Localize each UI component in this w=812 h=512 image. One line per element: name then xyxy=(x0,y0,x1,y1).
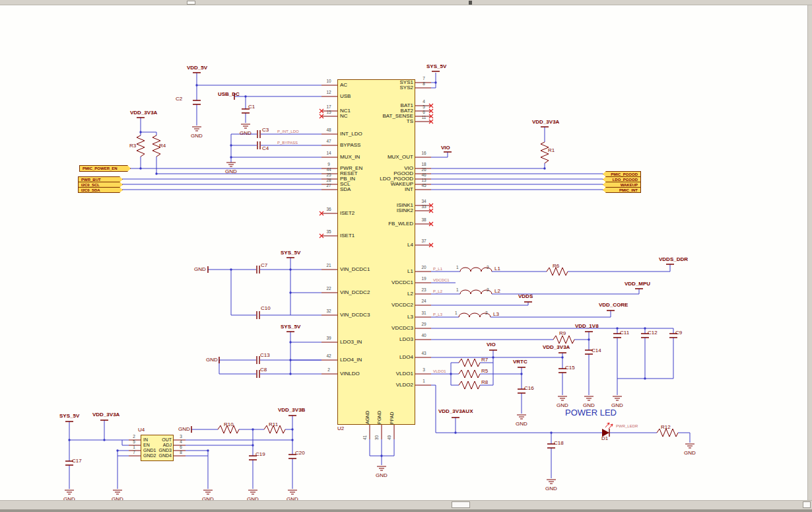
net-label-vdd-3v3a[interactable]: VDD_3V3A xyxy=(532,120,559,126)
ic-pin-name: LDO4 xyxy=(368,355,413,361)
net-label-vio[interactable]: VIO xyxy=(487,342,496,348)
ic-pin-name: VIN_DCDC3 xyxy=(340,312,370,318)
gnd-port-label[interactable]: GND xyxy=(194,267,206,273)
net-label-vdds[interactable]: VDDS xyxy=(518,294,533,300)
refdes-c14: C14 xyxy=(592,348,601,354)
ic-pin-number: 22 xyxy=(321,286,336,291)
ic-pin-name: TS xyxy=(368,119,413,125)
ic-pin-number: 35 xyxy=(321,229,336,234)
net-label-sys-5v[interactable]: SYS_5V xyxy=(281,250,300,256)
ic-pin-number: 41 xyxy=(362,428,367,440)
port-ldo-pgood[interactable]: LDO_PGOOD xyxy=(603,176,641,182)
right-scrollbar[interactable] xyxy=(807,5,812,500)
port-i2c0-scl[interactable]: I2C0_SCL xyxy=(78,182,123,188)
ic-pin-number: 8 xyxy=(176,450,186,455)
refdes-r9: R9 xyxy=(559,331,566,337)
gnd-label: GND xyxy=(376,473,388,479)
port-pmic-int[interactable]: PMIC_INT xyxy=(603,187,641,193)
gnd-label: GND xyxy=(684,451,696,457)
ic-pin-name: L1 xyxy=(368,269,413,275)
net-label-usb-dc[interactable]: USB_DC xyxy=(218,92,240,98)
ic-pin-name: ISET2 xyxy=(340,211,355,217)
top-scrollbar-handle[interactable] xyxy=(187,1,195,5)
port-pwr-but[interactable]: PWR_BUT xyxy=(78,176,123,182)
ic-pin-name: LDO3_IN xyxy=(340,340,362,346)
schematic-canvas: PMIC_POWER_EN PWR_BUT I2C0_SCL I2C0_SDA … xyxy=(0,0,812,512)
refdes-r10: R10 xyxy=(224,422,234,428)
top-scrollbar[interactable] xyxy=(0,0,812,5)
ic-pin-number: 32 xyxy=(321,309,336,313)
ic-pin-name: ADJ xyxy=(149,443,172,448)
port-label: I2C0_SDA xyxy=(81,188,100,192)
ic-pin-number: 1 xyxy=(129,445,139,449)
ic-pin-number: 44 xyxy=(321,167,336,172)
net-label-vdd-3v3a[interactable]: VDD_3V3A xyxy=(130,110,157,116)
gnd-port-label[interactable]: GND xyxy=(178,427,190,433)
refdes-c8: C8 xyxy=(260,367,267,373)
ic-pin-name: SDA xyxy=(340,187,351,193)
ic-pin-number: 49 xyxy=(387,428,391,440)
refdes-r5: R5 xyxy=(481,369,488,375)
ic-pin-number: 18 xyxy=(417,162,431,166)
ic-pin-name: PGND xyxy=(377,395,382,424)
port-pmic-pgood[interactable]: PMIC_PGOOD xyxy=(603,171,641,177)
ic-pin-number: 2 xyxy=(129,434,139,439)
net-label-vio[interactable]: VIO xyxy=(441,145,450,151)
inductor-pin-number: 1 xyxy=(455,311,457,315)
bottom-scrollbar-handle[interactable] xyxy=(452,501,470,508)
port-label: PMIC_POWER_EN xyxy=(83,166,118,170)
net-label-vdd-1v8[interactable]: VDD_1V8 xyxy=(575,324,599,330)
ic-pin-number: 28 xyxy=(321,178,336,182)
refdes-c20: C20 xyxy=(295,451,305,457)
net-label-vdd-3v3aux[interactable]: VDD_3V3AUX xyxy=(438,409,473,415)
net-label-sys-5v[interactable]: SYS_5V xyxy=(281,324,300,330)
inductor-pin-number: 2 xyxy=(487,287,489,292)
top-scrollbar-tick xyxy=(469,1,472,5)
net-label-sys-5v[interactable]: SYS_5V xyxy=(59,414,79,420)
net-label-vdds-ddr[interactable]: VDDS_DDR xyxy=(659,257,688,263)
refdes-r11: R11 xyxy=(269,422,278,428)
inductors[interactable] xyxy=(459,268,492,317)
refdes-c19: C19 xyxy=(255,452,265,458)
ic-pin-name: ISINK2 xyxy=(368,208,413,214)
ic-pin-name: VLDO1 xyxy=(368,371,413,377)
led-diode[interactable] xyxy=(602,423,613,437)
net-label-vdd-core[interactable]: VDD_CORE xyxy=(599,303,628,309)
net-label-sys-5v[interactable]: SYS_5V xyxy=(426,64,446,70)
net-sublabel: P_INT_LDO xyxy=(277,129,299,134)
net-label-vdd-5v[interactable]: VDD_5V xyxy=(187,65,207,71)
ic-pin-number: 39 xyxy=(321,336,336,340)
ic-pin-name: OUT xyxy=(149,437,172,443)
refdes-c2: C2 xyxy=(176,96,182,102)
net-label-vrtc[interactable]: VRTC xyxy=(513,359,527,365)
port-i2c0-sda[interactable]: I2C0_SDA xyxy=(78,187,123,193)
ic-pin-name: MUX_IN xyxy=(340,155,360,161)
ic-pin-name: VLDO2 xyxy=(368,383,413,388)
ic-pin-number: 25 xyxy=(321,172,336,177)
refdes-r8: R8 xyxy=(481,380,488,386)
net-sublabel: VDCDC1 xyxy=(433,278,450,283)
refdes-r1: R1 xyxy=(548,148,555,154)
refdes-r4: R4 xyxy=(159,143,166,149)
net-label-vdd-3v3b[interactable]: VDD_3V3B xyxy=(278,408,305,414)
gnd-port-label[interactable]: GND xyxy=(206,357,218,363)
ic-pin-number: 12 xyxy=(321,90,336,94)
ic-pin-number: 4 xyxy=(176,439,186,444)
net-label-vdd-3v3a[interactable]: VDD_3V3A xyxy=(543,345,570,351)
inductor-pin-number: 2 xyxy=(487,265,489,270)
ic-pin-number: 21 xyxy=(321,263,336,268)
ic-pin-number: 38 xyxy=(417,217,431,222)
port-wakeup[interactable]: WAKEUP xyxy=(603,182,641,188)
port-label: I2C0_SCL xyxy=(81,183,100,187)
bottom-scrollbar[interactable] xyxy=(0,500,812,509)
net-label-vdd-3v3a[interactable]: VDD_3V3A xyxy=(92,412,119,418)
refdes-r3: R3 xyxy=(129,143,136,149)
ic-pin-number: 16 xyxy=(417,151,431,155)
refdes-c1: C1 xyxy=(248,104,255,110)
net-label-vdd-mpu[interactable]: VDD_MPU xyxy=(625,281,650,287)
ic-pin-name: ISET1 xyxy=(340,233,355,239)
gnd-label: GND xyxy=(545,486,557,492)
refdes-c4: C4 xyxy=(262,146,269,152)
port-pmic-power-en[interactable]: PMIC_POWER_EN xyxy=(79,165,131,172)
net-sublabel: P_L3 xyxy=(433,312,442,317)
